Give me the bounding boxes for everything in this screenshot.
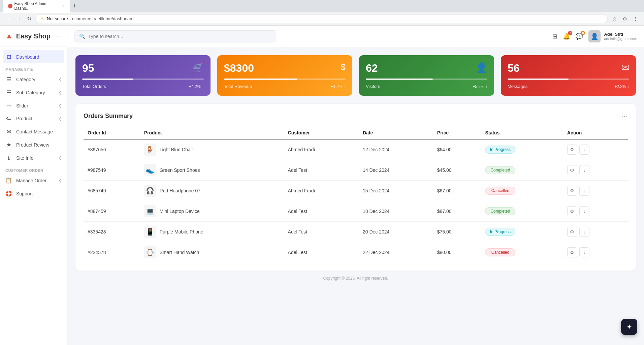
notifications-btn[interactable]: 🔔 7 [563, 33, 570, 40]
browser-controls: ← → ↻ ⚠ Not secure ecomerce.traefik.me/d… [0, 12, 644, 26]
address-bar[interactable]: ⚠ Not secure ecomerce.traefik.me/dashboa… [35, 14, 608, 23]
cell-date: 15 Dec 2024 [359, 181, 433, 201]
total-revenue-label: Total Revenue [224, 84, 252, 89]
app-container: ▲ Easy Shop ← ⊞ Dashboard MANAGE SITE ☰ … [0, 26, 644, 345]
total-orders-change: +4.2% ↑ [189, 84, 204, 89]
download-btn[interactable]: ↓ [579, 206, 589, 216]
reload-btn[interactable]: ↻ [26, 14, 33, 23]
manage-order-icon: 📋 [5, 177, 12, 184]
settings-btn[interactable]: ⚙ [567, 145, 577, 155]
cell-price: $80.00 [433, 242, 481, 263]
cell-date: 20 Dec 2024 [359, 222, 433, 242]
orders-header: Orders Summary ⋯ [84, 112, 628, 120]
sidebar-item-product-review[interactable]: ★ Product Review [0, 138, 67, 151]
cell-action: ⚙ ↓ [563, 222, 628, 242]
sidebar-collapse-btn[interactable]: ← [56, 33, 62, 39]
cell-status: In Progress [481, 139, 563, 160]
more-options-btn[interactable]: ⋮ [631, 15, 640, 23]
cell-customer: Ahmed Fradi [284, 181, 359, 201]
orders-table-body: #897656 🪑 Light Blue Chair Ahmed Fradi 1… [84, 139, 628, 262]
sidebar-item-manage-order[interactable]: 📋 Manage Order ❮ [0, 174, 67, 187]
settings-btn[interactable]: ⚙ [567, 186, 577, 196]
download-btn[interactable]: ↓ [579, 247, 589, 257]
sidebar-item-site-info[interactable]: ℹ Site Info ❮ [0, 151, 67, 164]
extensions-btn[interactable]: ⚙ [621, 15, 629, 23]
forward-btn[interactable]: → [15, 14, 23, 23]
action-btns: ⚙ ↓ [567, 165, 624, 175]
action-btns: ⚙ ↓ [567, 206, 624, 216]
product-name: Mini Laptop Device [160, 209, 200, 214]
product-review-label: Product Review [16, 142, 49, 148]
grid-view-btn[interactable]: ⊞ [552, 33, 557, 40]
ai-fab-btn[interactable]: ✦ [621, 319, 637, 335]
cell-status: Completed [481, 160, 563, 181]
product-name: Red Headphone 07 [160, 188, 200, 193]
sidebar-item-sub-category[interactable]: ☰ Sub Category ❮ [0, 86, 67, 99]
logo-text: Easy Shop [16, 32, 51, 40]
settings-btn[interactable]: ⚙ [567, 247, 577, 257]
cell-action: ⚙ ↓ [563, 242, 628, 263]
manage-order-chevron: ❮ [59, 178, 62, 183]
sidebar-item-support[interactable]: 🛟 Support [0, 187, 67, 200]
messages-icon: ✉ [621, 62, 629, 73]
product-img: 👟 [144, 164, 156, 176]
download-btn[interactable]: ↓ [579, 145, 589, 155]
cell-order-id: #887459 [84, 201, 140, 222]
ai-icon: ✦ [626, 323, 632, 331]
browser-tab[interactable]: Easy Shop Admin Dashb... × [3, 0, 70, 13]
sidebar-item-product[interactable]: 🏷 Product ❮ [0, 112, 67, 125]
download-btn[interactable]: ↓ [579, 186, 589, 196]
status-badge: In Progress [485, 228, 515, 236]
back-btn[interactable]: ← [4, 14, 12, 23]
download-btn[interactable]: ↓ [579, 165, 589, 175]
sidebar-item-slider[interactable]: ▭ Slider ❮ [0, 99, 67, 112]
settings-btn[interactable]: ⚙ [567, 227, 577, 237]
user-avatar: 👤 [588, 30, 601, 42]
tab-favicon [8, 4, 12, 8]
cell-date: 18 Dec 2024 [359, 201, 433, 222]
orders-more-btn[interactable]: ⋯ [621, 112, 628, 120]
sub-category-chevron: ❮ [59, 90, 62, 95]
total-orders-label: Total Orders [82, 84, 106, 89]
download-btn[interactable]: ↓ [579, 227, 589, 237]
visitors-change: +5.2% ↑ [473, 84, 487, 89]
table-row: #887459 💻 Mini Laptop Device Adel Test 1… [84, 201, 628, 222]
col-status: Status [481, 127, 563, 139]
category-label: Category [16, 77, 35, 82]
settings-btn[interactable]: ⚙ [567, 165, 577, 175]
visitors-progress-bar [366, 79, 487, 80]
search-bar[interactable]: 🔍 [74, 30, 276, 42]
col-customer: Customer [284, 127, 359, 139]
manage-site-label: MANAGE SITE [0, 63, 67, 73]
stat-bottom-messages: Messages +2.2% ↑ [508, 84, 629, 89]
table-row: #987549 👟 Green Sport Shoes Adel Test 14… [84, 160, 628, 181]
stat-card-top-revenue: $8300 $ [224, 62, 346, 74]
sidebar-item-dashboard[interactable]: ⊞ Dashboard [3, 50, 64, 63]
cell-customer: Adel Test [284, 242, 359, 263]
cell-price: $87.00 [433, 201, 481, 222]
settings-btn[interactable]: ⚙ [567, 206, 577, 216]
sidebar-item-contact-message[interactable]: ✉ Contact Message [0, 125, 67, 138]
cell-product: 📱 Purple Mobile Phone [140, 222, 284, 242]
search-input[interactable] [88, 34, 271, 39]
messages-btn[interactable]: 💬 8 [576, 33, 583, 40]
sidebar-item-category[interactable]: ☰ Category ❮ [0, 73, 67, 86]
cell-product: 💻 Mini Laptop Device [140, 201, 284, 222]
messages-change: +2.2% ↑ [614, 84, 629, 89]
cell-product: ⌚ Smart Hand Watch [140, 242, 284, 263]
site-info-label: Site Info [16, 155, 33, 161]
sidebar-logo: ▲ Easy Shop ← [0, 26, 67, 47]
header-actions: ⊞ 🔔 7 💬 8 👤 Adel Stiti adelstiti@gmail.c… [552, 30, 637, 42]
contact-message-label: Contact Message [16, 129, 53, 134]
bookmark-btn[interactable]: ☆ [610, 15, 619, 23]
messages-value: 56 [508, 62, 520, 74]
sidebar-nav: ⊞ Dashboard MANAGE SITE ☰ Category ❮ ☰ S… [0, 47, 67, 345]
lock-icon: ⚠ [40, 17, 44, 21]
product-name: Light Blue Chair [160, 147, 193, 152]
cell-order-id: #685749 [84, 181, 140, 201]
tab-close-btn[interactable]: × [62, 4, 65, 8]
site-info-icon: ℹ [5, 155, 12, 161]
status-badge: Cancelled [485, 248, 515, 256]
new-tab-btn[interactable]: + [73, 3, 76, 10]
sidebar: ▲ Easy Shop ← ⊞ Dashboard MANAGE SITE ☰ … [0, 26, 67, 345]
